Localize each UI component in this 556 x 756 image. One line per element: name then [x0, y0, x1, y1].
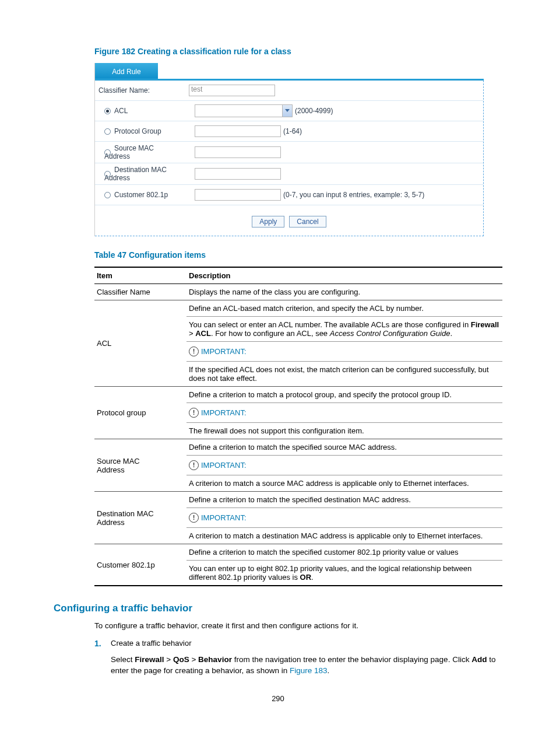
dstmac-label: Destination MAC [114, 166, 167, 174]
row-srcmac-d1: Define a criterion to match the specifie… [186, 439, 502, 455]
row-classifier-item: Classifier Name [94, 284, 186, 300]
cust-label: Customer 802.1p [114, 191, 168, 199]
protocol-label: Protocol Group [114, 127, 161, 135]
cust-hint: (0-7, you can input 8 entries, example: … [283, 191, 424, 199]
important-icon: ! [189, 408, 199, 418]
cust-input[interactable] [195, 189, 281, 201]
step-number: 1. [94, 639, 111, 648]
row-protocol-d2: The firewall does not support this confi… [186, 422, 502, 439]
tab-bar: Add Rule [95, 63, 484, 80]
acl-label: ACL [114, 107, 128, 115]
row-dstmac-d2: A criterion to match a destination MAC a… [186, 527, 502, 544]
row-acl-item: ACL [94, 300, 186, 387]
acl-radio[interactable] [104, 108, 111, 114]
row-srcmac-item: Source MACAddress [94, 439, 186, 492]
row-acl-d3: If the specified ACL does not exist, the… [186, 361, 502, 386]
step-text: Create a traffic behavior [111, 639, 192, 648]
cust-radio[interactable] [104, 192, 111, 198]
important-icon: ! [189, 513, 199, 523]
table-caption: Table 47 Configuration items [94, 250, 502, 260]
important-icon: ! [189, 346, 199, 356]
config-items-table: Item Description Classifier Name Display… [94, 267, 502, 586]
th-item: Item [94, 267, 186, 284]
row-dstmac-d1: Define a criterion to match the specifie… [186, 492, 502, 508]
important-icon: ! [189, 460, 199, 470]
section-intro: To configure a traffic behavior, create … [94, 620, 502, 632]
srcmac-label: Source MAC [114, 144, 154, 152]
srcmac-radio[interactable] [104, 149, 111, 156]
figure-caption: Figure 182 Creating a classification rul… [94, 47, 502, 56]
row-cust-item: Customer 802.1p [94, 544, 186, 586]
tab-add-rule[interactable]: Add Rule [95, 63, 158, 80]
acl-hint: (2000-4999) [295, 107, 333, 115]
srcmac-input[interactable] [195, 146, 281, 158]
row-acl-d1: Define an ACL-based match criterion, and… [186, 300, 502, 316]
classifier-name-label: Classifier Name: [98, 86, 189, 94]
step-detail: Select Firewall > QoS > Behavior from th… [111, 654, 502, 677]
row-classifier-desc: Displays the name of the class you are c… [186, 284, 502, 300]
add-rule-screenshot: Add Rule Classifier Name: test ACL (2000… [94, 63, 484, 236]
important-label: ! IMPORTANT: [189, 408, 247, 418]
important-label: ! IMPORTANT: [189, 346, 247, 356]
section-heading: Configuring a traffic behavior [54, 603, 502, 614]
row-cust-d2: You can enter up to eight 802.1p priorit… [186, 560, 502, 585]
figure-183-link[interactable]: Figure 183 [290, 666, 328, 675]
row-protocol-d1: Define a criterion to match a protocol g… [186, 387, 502, 402]
protocol-input[interactable] [195, 125, 281, 137]
cancel-button[interactable]: Cancel [289, 216, 326, 228]
important-label: ! IMPORTANT: [189, 460, 247, 470]
row-cust-d1: Define a criterion to match the specifie… [186, 544, 502, 560]
row-srcmac-d2: A criterion to match a source MAC addres… [186, 475, 502, 491]
classifier-name-input[interactable]: test [189, 85, 275, 96]
page-number: 290 [54, 694, 502, 703]
important-label: ! IMPORTANT: [189, 513, 247, 523]
protocol-radio[interactable] [104, 128, 111, 135]
row-acl-d2: You can select or enter an ACL number. T… [186, 316, 502, 341]
dstmac-radio[interactable] [104, 171, 111, 177]
th-desc: Description [186, 267, 502, 284]
apply-button[interactable]: Apply [252, 216, 284, 228]
acl-select[interactable] [195, 104, 293, 117]
dstmac-input[interactable] [195, 168, 281, 180]
row-dstmac-item: Destination MACAddress [94, 492, 186, 544]
row-protocol-item: Protocol group [94, 387, 186, 439]
chevron-down-icon[interactable] [282, 105, 292, 117]
protocol-hint: (1-64) [283, 127, 302, 135]
